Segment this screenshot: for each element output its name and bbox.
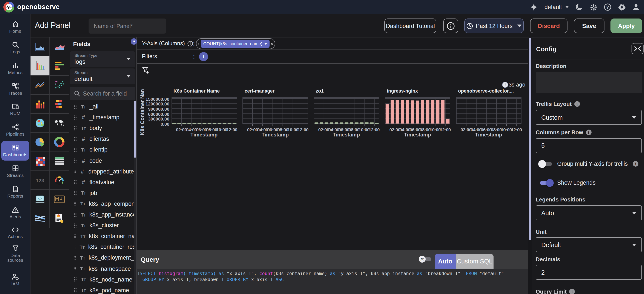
info-icon[interactable]: i bbox=[633, 161, 639, 167]
sidebar-item-actions[interactable]: Actions bbox=[0, 223, 30, 243]
field-item-k8s_cluster[interactable]: TTk8s_cluster bbox=[69, 220, 134, 231]
y-axis-field-chip[interactable]: COUNT(k8s_container_name) bbox=[200, 40, 270, 48]
chart-type-metric-text-chart[interactable]: 123 bbox=[30, 171, 50, 190]
sidebar-item-rum[interactable]: RUM bbox=[0, 100, 30, 119]
chart-type-area-stacked-chart[interactable] bbox=[50, 38, 69, 57]
sidebar-item-home[interactable]: Home bbox=[0, 18, 30, 37]
field-item-_all[interactable]: TT_all bbox=[69, 102, 134, 112]
field-item-code[interactable]: #code bbox=[69, 155, 134, 166]
legends-positions-select[interactable]: Auto bbox=[536, 205, 642, 220]
field-item-k8s_node_name[interactable]: TTk8s_node_name bbox=[69, 274, 134, 285]
sql-query-editor[interactable]: 1SELECT histogram(_timestamp) as "x_axis… bbox=[137, 268, 528, 294]
slack-icon[interactable] bbox=[590, 4, 597, 11]
ai-sparkle-icon[interactable] bbox=[530, 4, 538, 11]
group-multi-y-axis-toggle[interactable] bbox=[540, 162, 552, 166]
chart-type-line-chart[interactable] bbox=[30, 76, 50, 95]
stream-type-select[interactable]: Stream Type logs bbox=[70, 51, 135, 67]
field-item-clientip[interactable]: TTclientip bbox=[69, 144, 134, 155]
chart-type-donut-chart[interactable] bbox=[50, 133, 69, 152]
field-item-k8s_namespace_name[interactable]: TTk8s_namespace_name bbox=[69, 263, 134, 274]
chart-type-world-map-chart[interactable] bbox=[50, 114, 69, 133]
discard-button[interactable]: Discard bbox=[530, 19, 568, 33]
organization-select[interactable]: default bbox=[544, 4, 569, 10]
chart-type-geo-map-chart[interactable] bbox=[30, 114, 50, 133]
dark-mode-moon-icon[interactable] bbox=[576, 4, 583, 11]
sidebar-item-pipelines[interactable]: Pipelines bbox=[0, 120, 30, 140]
settings-gear-icon[interactable] bbox=[618, 4, 626, 11]
chart-type-table-chart[interactable] bbox=[50, 152, 69, 171]
sidebar-item-reports[interactable]: Reports bbox=[0, 182, 30, 202]
sidebar-item-logs[interactable]: Logs bbox=[0, 38, 30, 58]
chart-type-bar-horizontal-chart[interactable] bbox=[50, 57, 69, 76]
main-scrollbar-thumb[interactable] bbox=[529, 38, 531, 240]
fields-scrollbar[interactable] bbox=[134, 102, 136, 294]
trellis-panel-title: openobserve-collector.... bbox=[458, 88, 514, 93]
decimals-input[interactable] bbox=[536, 265, 642, 280]
sidebar-item-metrics[interactable]: Metrics bbox=[0, 59, 30, 78]
field-item-job[interactable]: TTjob bbox=[69, 188, 134, 198]
field-item-k8s_container_name[interactable]: TTk8s_container_name bbox=[69, 231, 134, 241]
sidebar-item-traces[interactable]: Traces bbox=[0, 79, 30, 99]
dashboard-tutorial-button[interactable]: Dashboard Tutorial bbox=[384, 19, 436, 33]
query-mode-custom-sql-tab[interactable]: Custom SQL bbox=[456, 254, 494, 268]
chart-type-pie-chart[interactable] bbox=[30, 133, 50, 152]
field-item-body[interactable]: TTbody bbox=[69, 123, 134, 133]
show-legends-toggle-row[interactable]: Show Legends bbox=[540, 179, 596, 186]
panel-name-input[interactable] bbox=[88, 18, 166, 33]
chart-type-bar-vertical-chart[interactable] bbox=[30, 57, 50, 76]
field-item-_timestamp[interactable]: #_timestamp bbox=[69, 112, 134, 123]
collapse-config-button[interactable] bbox=[632, 43, 644, 54]
query-mode-auto-tab[interactable]: Auto bbox=[435, 254, 456, 268]
main-scrollbar[interactable] bbox=[528, 38, 531, 294]
chart-type-sankey-chart[interactable] bbox=[30, 209, 50, 228]
add-filter-condition-icon[interactable] bbox=[142, 66, 150, 74]
stream-select[interactable]: Stream default bbox=[70, 69, 135, 84]
info-icon[interactable]: i bbox=[574, 101, 580, 107]
chart-type-heatmap-chart[interactable] bbox=[30, 152, 50, 171]
sidebar-item-data-sources[interactable]: Datasources bbox=[0, 244, 30, 263]
chart-type-markdown-chart[interactable] bbox=[50, 190, 69, 209]
apply-button[interactable]: Apply bbox=[610, 19, 642, 33]
field-item-floatvalue[interactable]: #floatvalue bbox=[69, 177, 134, 187]
remove-chip-icon[interactable] bbox=[271, 41, 273, 46]
columns-per-row-input[interactable] bbox=[536, 138, 642, 153]
chart-type-html-chart[interactable]: </> bbox=[30, 190, 50, 209]
field-item-clientas[interactable]: #clientas bbox=[69, 134, 134, 144]
description-textarea[interactable] bbox=[536, 72, 642, 93]
info-icon[interactable]: i bbox=[570, 289, 575, 294]
show-legends-toggle[interactable] bbox=[540, 181, 552, 185]
field-item-k8s_container_restart_count[interactable]: TTk8s_container_restart_count bbox=[69, 242, 134, 252]
field-item-k8s_app_instance[interactable]: TTk8s_app_instance bbox=[69, 209, 134, 220]
user-profile-icon[interactable] bbox=[632, 4, 640, 11]
chart-type-column-stacked-chart[interactable] bbox=[30, 95, 50, 114]
chart-type-gauge-chart[interactable] bbox=[50, 171, 69, 190]
field-item-k8s_app_component[interactable]: TTk8s_app_component bbox=[69, 198, 134, 209]
field-item-dropped_attributes_count[interactable]: #dropped_attributes_count bbox=[69, 166, 134, 177]
chart-type-area-chart[interactable] bbox=[30, 38, 50, 57]
layout-drag-handle[interactable] bbox=[131, 38, 137, 45]
openobserve-logo[interactable]: openobserve bbox=[0, 2, 60, 12]
trellis-layout-select[interactable]: Custom bbox=[536, 110, 642, 125]
drag-dots-icon[interactable] bbox=[198, 42, 199, 46]
info-icon[interactable] bbox=[188, 41, 193, 47]
time-range-button[interactable]: Past 12 Hours bbox=[464, 19, 524, 33]
vrl-function-toggle[interactable]: fx bbox=[420, 257, 431, 261]
fields-scrollbar-thumb[interactable] bbox=[134, 101, 136, 158]
field-search-input[interactable]: Search for a field bbox=[70, 87, 135, 100]
unit-select[interactable]: Default bbox=[536, 237, 642, 252]
sidebar-item-streams[interactable]: Streams bbox=[0, 161, 30, 181]
info-icon[interactable]: i bbox=[586, 130, 591, 135]
add-filter-button[interactable]: + bbox=[199, 52, 208, 61]
chart-type-bar-horizontal-stacked-chart[interactable] bbox=[50, 95, 69, 114]
sidebar-item-alerts[interactable]: Alerts bbox=[0, 202, 30, 222]
help-icon[interactable]: ? bbox=[604, 4, 611, 11]
panel-info-button[interactable] bbox=[443, 19, 458, 33]
sidebar-item-dashboards[interactable]: Dashboards bbox=[1, 141, 29, 161]
chart-type-custom-chart[interactable] bbox=[50, 209, 69, 228]
save-button[interactable]: Save bbox=[574, 19, 604, 33]
sidebar-item-iam[interactable]: IAM bbox=[0, 270, 30, 290]
field-item-k8s_deployment_name[interactable]: TTk8s_deployment_name bbox=[69, 252, 134, 263]
chart-type-scatter-chart[interactable] bbox=[50, 76, 69, 95]
group-multi-y-axis-toggle-row[interactable]: Group multi Y-axis for trellis i bbox=[540, 161, 639, 167]
field-item-k8s_pod_name[interactable]: TTk8s_pod_name bbox=[69, 285, 134, 294]
